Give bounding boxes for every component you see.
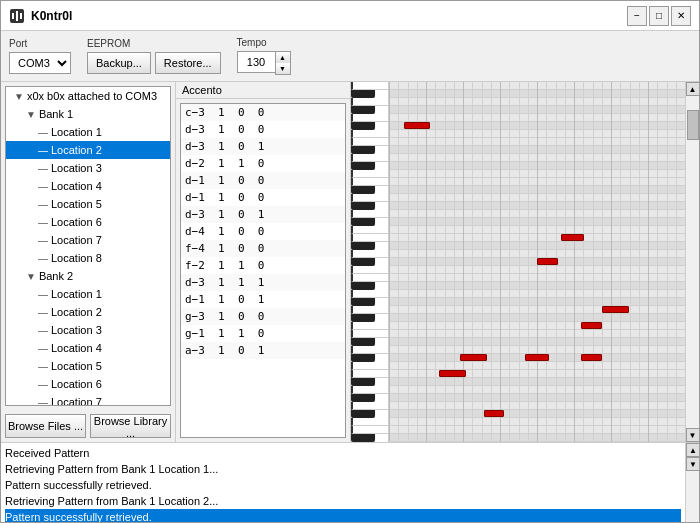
pattern-list[interactable]: c−3 1 0 0 d−3 1 0 0 d−3 1 0 1 d−2 1 1 0 … [180,103,346,438]
svg-rect-1 [12,13,14,19]
tree-location-b1-8[interactable]: — Location 8 [6,249,170,267]
scroll-thumb[interactable] [687,110,699,140]
log-line-0: Received Pattern [5,445,681,461]
svg-rect-3 [20,13,22,19]
log-scrollbar[interactable]: ▲ ▼ [685,443,699,522]
eeprom-label: EEPROM [87,38,221,49]
log-text-3: Retrieving Pattern from Bank 1 Location … [5,495,218,507]
browse-files-button[interactable]: Browse Files ... [5,414,86,438]
loc-b2-3-label: Location 3 [51,324,102,336]
pattern-row-1: d−3 1 0 0 [181,121,345,138]
maximize-button[interactable]: □ [649,6,669,26]
note-block-7[interactable] [581,354,602,361]
note-block-6[interactable] [525,354,549,361]
log-panel: Received Pattern Retrieving Pattern from… [1,442,699,522]
log-text-1: Retrieving Pattern from Bank 1 Location … [5,463,218,475]
title-controls: − □ ✕ [627,6,691,26]
tree-location-b1-1[interactable]: — Location 1 [6,123,170,141]
tree-bank-1[interactable]: ▼ Bank 1 [6,105,170,123]
tree-location-b2-4[interactable]: — Location 4 [6,339,170,357]
port-group: Port COM3 COM1 COM2 COM4 [9,38,71,74]
tempo-spin-buttons: ▲ ▼ [275,51,291,75]
title-bar-left: K0ntr0l [9,8,72,24]
minimize-button[interactable]: − [627,6,647,26]
tempo-up-button[interactable]: ▲ [276,52,290,63]
pattern-row-0: c−3 1 0 0 [181,104,345,121]
pattern-row-11: d−1 1 0 1 [181,291,345,308]
loc-b1-5-icon: — [38,199,48,210]
tree-location-b1-3[interactable]: — Location 3 [6,159,170,177]
tree-location-b1-2[interactable]: — Location 2 [6,141,170,159]
pattern-row-14: a−3 1 0 1 [181,342,345,359]
pattern-row-5: d−1 1 0 0 [181,189,345,206]
tempo-down-button[interactable]: ▼ [276,63,290,74]
loc-b1-8-icon: — [38,253,48,264]
note-block-0[interactable] [404,122,431,129]
tree-location-b1-5[interactable]: — Location 5 [6,195,170,213]
loc-b1-1-icon: — [38,127,48,138]
loc-b2-2-icon: — [38,307,48,318]
loc-b2-4-icon: — [38,343,48,354]
restore-button[interactable]: Restore... [155,52,221,74]
backup-button[interactable]: Backup... [87,52,151,74]
bank2-expand-icon: ▼ [26,271,36,282]
log-content: Received Pattern Retrieving Pattern from… [1,443,685,522]
eeprom-buttons: Backup... Restore... [87,52,221,74]
piano-roll-scrollbar[interactable]: ▲ ▼ [685,82,699,442]
note-block-4[interactable] [581,322,602,329]
loc-b1-7-icon: — [38,235,48,246]
roll-grid[interactable] [389,82,685,442]
scroll-down-arrow[interactable]: ▼ [686,428,700,442]
tree-container[interactable]: ▼ x0x b0x attached to COM3 ▼ Bank 1 — Lo… [5,86,171,406]
loc-b1-2-label: Location 2 [51,144,102,156]
loc-b1-4-icon: — [38,181,48,192]
tree-location-b2-2[interactable]: — Location 2 [6,303,170,321]
loc-b2-7-icon: — [38,397,48,407]
pattern-row-13: g−1 1 1 0 [181,325,345,342]
note-block-3[interactable] [602,306,629,313]
log-scroll-down[interactable]: ▼ [686,457,700,471]
browse-buttons: Browse Files ... Browse Library ... [1,410,175,442]
loc-b2-6-icon: — [38,379,48,390]
tree-root[interactable]: ▼ x0x b0x attached to COM3 [6,87,170,105]
tree-location-b1-7[interactable]: — Location 7 [6,231,170,249]
note-block-8[interactable] [439,370,466,377]
loc-b2-6-label: Location 6 [51,378,102,390]
tree-expand-icon: ▼ [14,91,24,102]
pattern-row-6: d−3 1 0 1 [181,206,345,223]
tree-location-b1-6[interactable]: — Location 6 [6,213,170,231]
loc-b1-2-icon: — [38,145,48,156]
tree-location-b2-3[interactable]: — Location 3 [6,321,170,339]
tempo-spinner: ▲ ▼ [237,51,291,75]
browse-library-button[interactable]: Browse Library ... [90,414,171,438]
loc-b2-3-icon: — [38,325,48,336]
loc-b1-5-label: Location 5 [51,198,102,210]
pattern-row-8: f−4 1 0 0 [181,240,345,257]
toolbar: Port COM3 COM1 COM2 COM4 EEPROM Backup..… [1,31,699,82]
tree-bank-2[interactable]: ▼ Bank 2 [6,267,170,285]
tree-location-b2-5[interactable]: — Location 5 [6,357,170,375]
main-content: ▼ x0x b0x attached to COM3 ▼ Bank 1 — Lo… [1,82,699,442]
tempo-input[interactable] [237,51,275,73]
loc-b2-2-label: Location 2 [51,306,102,318]
note-block-1[interactable] [561,234,585,241]
tree-location-b1-4[interactable]: — Location 4 [6,177,170,195]
port-label: Port [9,38,71,49]
tree-location-b2-7[interactable]: — Location 7 [6,393,170,406]
note-block-9[interactable] [484,410,505,417]
port-select[interactable]: COM3 COM1 COM2 COM4 [9,52,71,74]
loc-b1-1-label: Location 1 [51,126,102,138]
tree-location-b2-1[interactable]: — Location 1 [6,285,170,303]
log-line-2: Pattern successfully retrieved. [5,477,681,493]
note-block-5[interactable] [460,354,487,361]
pattern-row-7: d−4 1 0 0 [181,223,345,240]
loc-b1-4-label: Location 4 [51,180,102,192]
log-scroll-up[interactable]: ▲ [686,443,700,457]
piano-keys [351,82,389,442]
scroll-up-arrow[interactable]: ▲ [686,82,700,96]
tree-location-b2-6[interactable]: — Location 6 [6,375,170,393]
note-block-2[interactable] [537,258,558,265]
close-button[interactable]: ✕ [671,6,691,26]
main-window: K0ntr0l − □ ✕ Port COM3 COM1 COM2 COM4 E… [0,0,700,523]
bank1-label: Bank 1 [39,108,73,120]
